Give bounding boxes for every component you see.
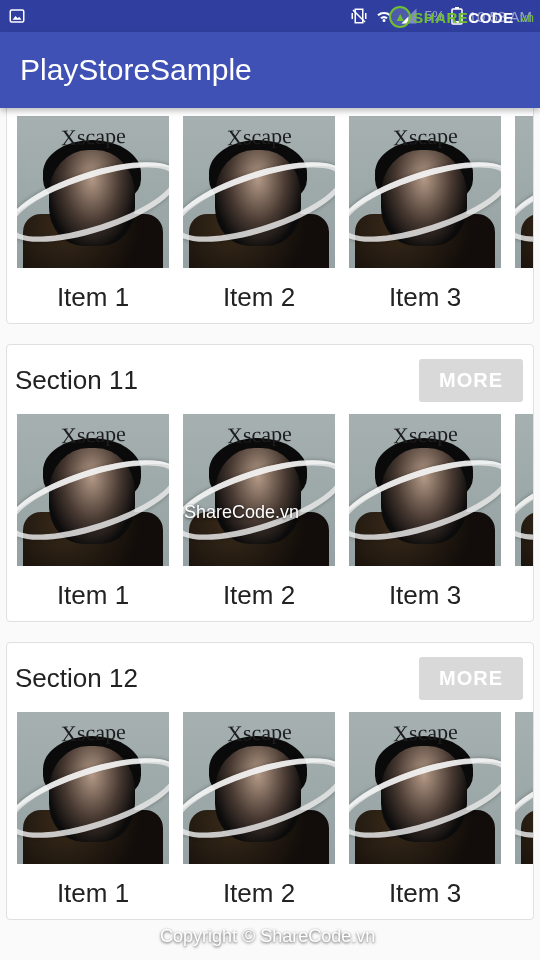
list-item[interactable]: XscapeItem 4 — [515, 116, 533, 313]
item-label: Item 1 — [57, 282, 129, 313]
album-title-scrawl: Xscape — [61, 421, 127, 449]
album-thumbnail[interactable]: Xscape — [515, 712, 533, 864]
album-thumbnail[interactable]: Xscape — [515, 414, 533, 566]
section-title: Section 11 — [15, 365, 138, 396]
album-title-scrawl: Xscape — [227, 123, 293, 151]
album-thumbnail[interactable]: Xscape — [515, 116, 533, 268]
album-title-scrawl: Xscape — [393, 421, 459, 449]
list-item[interactable]: XscapeItem 4 — [515, 712, 533, 909]
section-card: Section 12MOREXscapeItem 1XscapeItem 2Xs… — [6, 642, 534, 920]
album-thumbnail[interactable]: Xscape — [349, 116, 501, 268]
list-item[interactable]: XscapeItem 4 — [515, 414, 533, 611]
content-scroll[interactable]: Section 10MOREXscapeItem 1XscapeItem 2Xs… — [0, 108, 540, 960]
horizontal-list[interactable]: XscapeItem 1XscapeItem 2XscapeItem 3Xsca… — [7, 414, 533, 611]
item-label: Item 3 — [389, 580, 461, 611]
item-label: Item 2 — [223, 580, 295, 611]
album-title-scrawl: Xscape — [393, 123, 459, 151]
album-thumbnail[interactable]: Xscape — [183, 712, 335, 864]
album-thumbnail[interactable]: Xscape — [17, 712, 169, 864]
app-title: PlayStoreSample — [20, 53, 252, 87]
list-item[interactable]: XscapeItem 3 — [349, 712, 501, 909]
album-title-scrawl: Xscape — [227, 421, 293, 449]
svg-rect-0 — [10, 10, 24, 22]
more-button[interactable]: MORE — [419, 657, 523, 700]
item-label: Item 3 — [389, 282, 461, 313]
list-item[interactable]: XscapeItem 2 — [183, 414, 335, 611]
item-label: Item 3 — [389, 878, 461, 909]
section-header: Section 10MORE — [7, 108, 533, 116]
item-label: Item 2 — [223, 878, 295, 909]
item-label: Item 1 — [57, 580, 129, 611]
section-header: Section 12MORE — [7, 643, 533, 712]
more-button[interactable]: MORE — [419, 359, 523, 402]
album-thumbnail[interactable]: Xscape — [349, 414, 501, 566]
list-item[interactable]: XscapeItem 3 — [349, 116, 501, 313]
album-thumbnail[interactable]: Xscape — [183, 116, 335, 268]
list-item[interactable]: XscapeItem 1 — [17, 712, 169, 909]
album-title-scrawl: Xscape — [227, 719, 293, 747]
section-card: Section 10MOREXscapeItem 1XscapeItem 2Xs… — [6, 108, 534, 324]
vibrate-icon — [350, 7, 368, 25]
section-title: Section 12 — [15, 663, 138, 694]
album-thumbnail[interactable]: Xscape — [183, 414, 335, 566]
section-card: Section 11MOREXscapeItem 1XscapeItem 2Xs… — [6, 344, 534, 622]
list-item[interactable]: XscapeItem 1 — [17, 116, 169, 313]
watermark-badge: ▲ SHARECODE .vn — [389, 6, 534, 28]
album-thumbnail[interactable]: Xscape — [17, 414, 169, 566]
section-header: Section 11MORE — [7, 345, 533, 414]
item-label: Item 2 — [223, 282, 295, 313]
album-title-scrawl: Xscape — [393, 719, 459, 747]
list-item[interactable]: XscapeItem 3 — [349, 414, 501, 611]
list-item[interactable]: XscapeItem 2 — [183, 116, 335, 313]
list-item[interactable]: XscapeItem 2 — [183, 712, 335, 909]
horizontal-list[interactable]: XscapeItem 1XscapeItem 2XscapeItem 3Xsca… — [7, 712, 533, 909]
album-thumbnail[interactable]: Xscape — [17, 116, 169, 268]
album-title-scrawl: Xscape — [61, 719, 127, 747]
album-thumbnail[interactable]: Xscape — [349, 712, 501, 864]
app-bar: PlayStoreSample — [0, 32, 540, 108]
item-label: Item 1 — [57, 878, 129, 909]
picture-icon — [8, 7, 26, 25]
album-title-scrawl: Xscape — [61, 123, 127, 151]
horizontal-list[interactable]: XscapeItem 1XscapeItem 2XscapeItem 3Xsca… — [7, 116, 533, 313]
list-item[interactable]: XscapeItem 1 — [17, 414, 169, 611]
